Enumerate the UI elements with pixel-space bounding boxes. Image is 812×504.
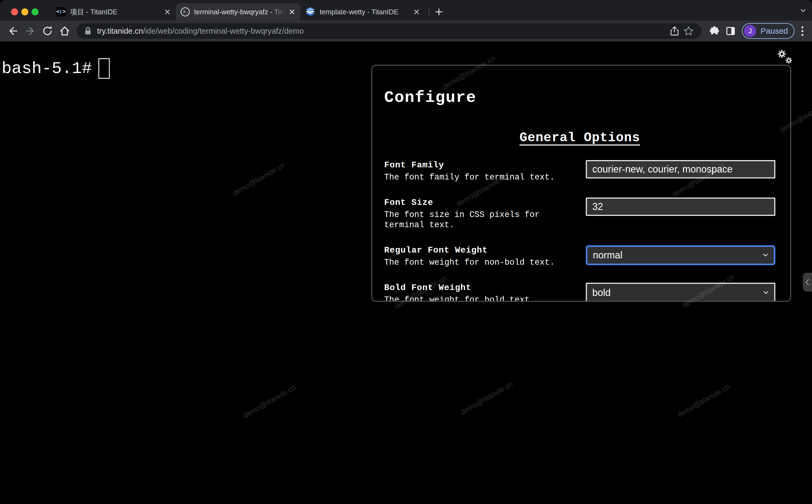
traffic-minimize-button[interactable] bbox=[21, 8, 28, 15]
field-label: Regular Font Weight bbox=[384, 245, 573, 255]
chevron-down-icon bbox=[762, 253, 769, 257]
terminal-prompt: bash-5.1# bbox=[2, 59, 92, 78]
new-tab-button[interactable] bbox=[433, 6, 445, 18]
field-row-bold-font-weight: Bold Font Weight The font weight for bol… bbox=[384, 283, 775, 302]
back-arrow-icon bbox=[7, 25, 19, 37]
regular-font-weight-select[interactable]: normal bbox=[586, 245, 775, 265]
tab-title: terminal-wetty-bwqryafz - TitanIDE bbox=[194, 8, 287, 16]
tabs-container: <t> 项目 - TitanIDE >_ terminal-wetty-bwqr… bbox=[51, 3, 445, 20]
selected-value: normal bbox=[593, 250, 622, 261]
close-tab-icon[interactable] bbox=[287, 7, 297, 16]
template-layers-favicon: </> bbox=[305, 7, 315, 17]
field-description: The font weight for non-bold text. bbox=[384, 257, 573, 268]
home-icon bbox=[59, 25, 71, 37]
field-description: The font weight for bold text. bbox=[384, 295, 573, 302]
field-row-font-family: Font Family The font family for terminal… bbox=[384, 160, 775, 182]
close-tab-icon[interactable] bbox=[412, 7, 421, 16]
field-label: Font Size bbox=[384, 198, 573, 208]
paused-status-label: Paused bbox=[761, 26, 788, 36]
profile-paused-button[interactable]: J Paused bbox=[742, 23, 794, 39]
terminal-circle-favicon: >_ bbox=[181, 7, 190, 16]
terminal-page: bash-5.1# bbox=[0, 42, 812, 504]
side-drawer-toggle[interactable] bbox=[803, 273, 812, 292]
tab-project-titanide[interactable]: <t> 项目 - TitanIDE bbox=[51, 3, 176, 20]
traffic-zoom-button[interactable] bbox=[32, 8, 39, 15]
forward-arrow-icon bbox=[24, 25, 36, 37]
watermark-text: demo@titanide.cn bbox=[242, 383, 297, 420]
share-button[interactable] bbox=[668, 24, 682, 38]
profile-avatar: J bbox=[744, 25, 756, 37]
font-size-input[interactable] bbox=[586, 198, 775, 216]
url-path: /ide/web/coding/terminal-wetty-bwqryafz/… bbox=[143, 27, 304, 36]
watermark-text: demo@titanide.cn bbox=[459, 380, 514, 417]
section-title: General Options bbox=[384, 130, 775, 145]
url-bar[interactable]: try.titanide.cn/ide/web/coding/terminal-… bbox=[77, 23, 701, 39]
reload-button[interactable] bbox=[40, 23, 55, 39]
terminal-cursor bbox=[98, 58, 110, 79]
chevron-down-icon bbox=[762, 291, 769, 295]
tab-title: template-wetty - TitanIDE bbox=[320, 8, 412, 16]
terminal-prompt-line: bash-5.1# bbox=[2, 58, 110, 79]
watermark-text: demo@titanide.cn bbox=[231, 161, 286, 198]
tab-strip: <t> 项目 - TitanIDE >_ terminal-wetty-bwqr… bbox=[0, 0, 812, 20]
field-description: The font size in CSS pixels for terminal… bbox=[384, 210, 573, 230]
browser-toolbar: try.titanide.cn/ide/web/coding/terminal-… bbox=[0, 20, 812, 42]
font-family-input[interactable] bbox=[586, 160, 775, 178]
field-description: The font family for terminal text. bbox=[384, 172, 573, 182]
panel-title: Configure bbox=[384, 88, 775, 107]
side-panel-button[interactable] bbox=[723, 23, 738, 39]
tab-search-chevron-button[interactable] bbox=[799, 8, 807, 15]
home-button[interactable] bbox=[57, 23, 72, 39]
field-row-regular-font-weight: Regular Font Weight The font weight for … bbox=[384, 245, 775, 268]
field-label: Font Family bbox=[384, 160, 573, 170]
field-label: Bold Font Weight bbox=[384, 283, 573, 293]
traffic-close-button[interactable] bbox=[11, 8, 18, 15]
chevron-left-icon bbox=[805, 279, 810, 286]
forward-button[interactable] bbox=[23, 23, 38, 39]
puzzle-icon bbox=[708, 25, 719, 37]
browser-window: <t> 项目 - TitanIDE >_ terminal-wetty-bwqr… bbox=[0, 0, 812, 504]
selected-value: bold bbox=[592, 287, 611, 298]
plus-icon bbox=[435, 8, 443, 16]
chevron-down-icon bbox=[799, 8, 807, 13]
browser-menu-button[interactable] bbox=[797, 26, 808, 36]
field-row-font-size: Font Size The font size in CSS pixels fo… bbox=[384, 198, 775, 230]
bold-font-weight-select[interactable]: bold bbox=[586, 283, 775, 302]
svg-text:</>: </> bbox=[308, 8, 312, 11]
tab-title: 项目 - TitanIDE bbox=[70, 7, 163, 17]
share-icon bbox=[669, 25, 680, 37]
extensions-button[interactable] bbox=[706, 23, 721, 39]
tab-template-wetty[interactable]: </> template-wetty - TitanIDE bbox=[300, 3, 425, 20]
close-tab-icon[interactable] bbox=[163, 7, 172, 16]
url-host: try.titanide.cn bbox=[97, 27, 143, 36]
back-button[interactable] bbox=[5, 23, 20, 39]
watermark-text: demo@titanide.cn bbox=[676, 382, 731, 419]
lock-icon bbox=[82, 25, 93, 37]
gear-icon bbox=[775, 49, 795, 66]
configure-panel: Configure General Options Font Family Th… bbox=[371, 65, 791, 302]
tab-divider bbox=[429, 8, 429, 16]
side-panel-icon bbox=[725, 25, 736, 37]
star-icon bbox=[683, 25, 694, 37]
tab-terminal-wetty[interactable]: >_ terminal-wetty-bwqryafz - TitanIDE bbox=[176, 3, 300, 20]
titanide-code-favicon: <t> bbox=[56, 7, 66, 17]
reload-icon bbox=[42, 25, 53, 37]
bookmark-button[interactable] bbox=[682, 24, 696, 38]
